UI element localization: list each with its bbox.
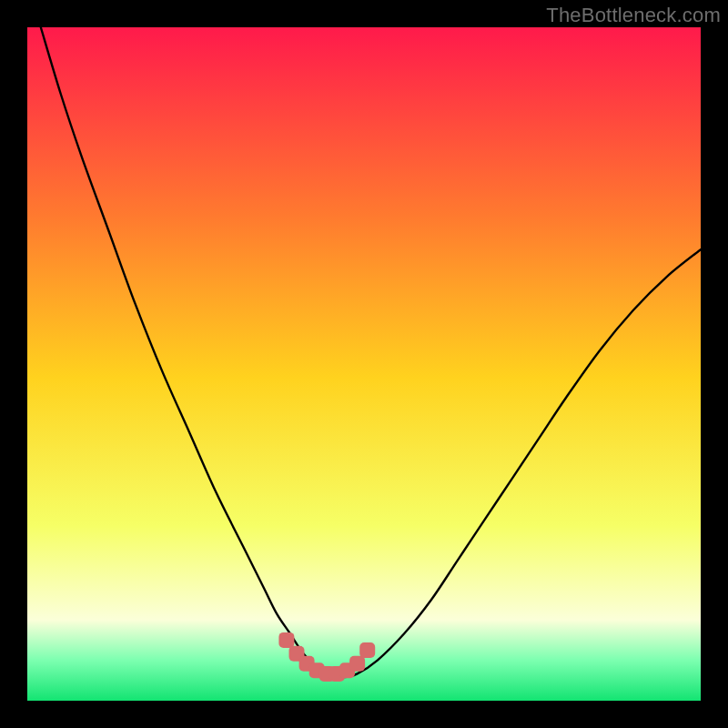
watermark-text: TheBottleneck.com — [546, 4, 721, 27]
optimal-marker — [359, 642, 375, 658]
plot-area — [27, 27, 701, 701]
chart-svg — [27, 27, 701, 701]
optimal-marker — [349, 656, 365, 672]
optimal-marker — [278, 632, 294, 648]
chart-frame: TheBottleneck.com — [0, 0, 728, 728]
gradient-background — [27, 27, 701, 701]
